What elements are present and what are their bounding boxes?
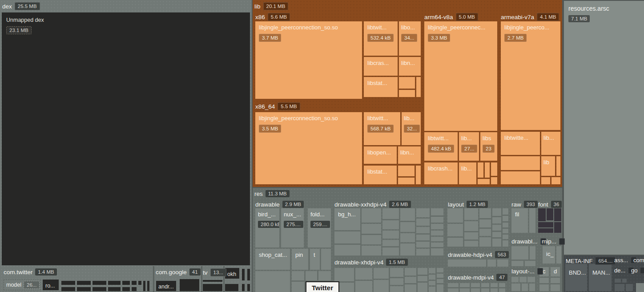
tile[interactable] xyxy=(525,261,535,266)
tile[interactable] xyxy=(398,178,415,184)
group-header-com-root[interactable]: com xyxy=(633,257,644,264)
tile[interactable] xyxy=(431,237,443,241)
tile[interactable] xyxy=(416,227,430,233)
tile[interactable] xyxy=(499,288,505,292)
tile[interactable] xyxy=(292,271,304,280)
tile[interactable] xyxy=(399,90,415,97)
tile-fil[interactable]: fil xyxy=(511,208,528,233)
tile[interactable] xyxy=(431,248,443,256)
tile[interactable] xyxy=(390,286,403,292)
tile[interactable] xyxy=(334,268,354,281)
tile[interactable] xyxy=(247,269,250,280)
tile-libtwitt-arm64[interactable]: libtwitt... 482.4 kB xyxy=(424,132,458,161)
tile-libopen-x86-64[interactable]: libopen... xyxy=(364,146,397,164)
tile[interactable] xyxy=(418,276,427,281)
group-header-raw[interactable]: raw 393 xyxy=(511,201,538,208)
tile[interactable] xyxy=(447,238,463,247)
tile[interactable] xyxy=(479,237,491,247)
group-header-armeabi-v7a[interactable]: armeabi-v7a 4.1 MB xyxy=(501,13,559,21)
tile[interactable] xyxy=(382,231,399,239)
tile[interactable] xyxy=(431,231,443,235)
tile[interactable] xyxy=(447,224,463,236)
tile[interactable] xyxy=(437,268,443,272)
tile[interactable] xyxy=(539,284,549,291)
tile[interactable] xyxy=(478,162,483,178)
tile[interactable] xyxy=(418,268,427,275)
tile-libjingle-arm64[interactable]: libjingle_peerconnec... 3.3 MB xyxy=(424,21,497,131)
tile-libn-x86[interactable]: libn... xyxy=(399,57,421,76)
tile[interactable] xyxy=(511,246,528,260)
tile[interactable] xyxy=(556,156,560,176)
tile[interactable] xyxy=(615,284,624,291)
tile[interactable] xyxy=(448,283,459,287)
group-header-x86[interactable]: x86 5.6 MB xyxy=(255,13,290,21)
tile[interactable] xyxy=(636,283,644,292)
tile[interactable] xyxy=(556,246,561,264)
tile[interactable] xyxy=(479,219,491,227)
tile[interactable] xyxy=(481,288,489,292)
tile[interactable] xyxy=(481,283,489,287)
tile[interactable] xyxy=(362,208,381,223)
tile[interactable] xyxy=(429,275,435,280)
tile[interactable] xyxy=(527,277,535,282)
tile-libstat-x86-64[interactable]: libstat... xyxy=(364,166,397,184)
tile[interactable] xyxy=(355,268,372,280)
tile[interactable] xyxy=(551,284,560,291)
tile[interactable] xyxy=(132,287,137,291)
tile[interactable] xyxy=(374,280,389,292)
tile-libs-arm64[interactable]: libs 23 xyxy=(480,132,497,161)
tile-bg-h[interactable]: bg_h... xyxy=(334,208,360,230)
tile[interactable] xyxy=(479,208,491,218)
tile[interactable] xyxy=(362,235,381,244)
tile[interactable] xyxy=(334,231,360,243)
tile[interactable] xyxy=(321,249,331,270)
tile[interactable] xyxy=(429,287,435,292)
tile[interactable] xyxy=(478,179,490,184)
tile[interactable] xyxy=(529,208,535,233)
tile[interactable] xyxy=(503,223,508,227)
group-header-drawable[interactable]: drawable 2.9 MB xyxy=(255,201,304,208)
tile[interactable] xyxy=(437,274,443,278)
tile-unmapped-dex[interactable]: Unmapped dex 23.1 MB xyxy=(2,12,250,265)
tile[interactable] xyxy=(626,284,633,291)
tile[interactable] xyxy=(471,283,480,287)
tile[interactable] xyxy=(501,171,540,184)
tile[interactable] xyxy=(487,260,496,267)
tile[interactable] xyxy=(400,208,415,221)
tile[interactable] xyxy=(471,288,480,292)
tile-bnd[interactable]: BND... xyxy=(565,264,587,291)
tile[interactable] xyxy=(429,268,435,273)
group-header-drawable-xxhdpi[interactable]: drawable-xxhdpi-v4 2.6 MB xyxy=(334,201,411,208)
group-header-com-google[interactable]: com.google 41 xyxy=(156,268,201,276)
tile-lib32-x86-64[interactable]: lib... 32... xyxy=(402,112,421,145)
tile[interactable] xyxy=(615,279,621,283)
tile-nux[interactable]: nux_... 275.... xyxy=(281,208,304,247)
tile-man[interactable]: MAN... xyxy=(589,264,612,291)
group-header-font[interactable]: font 36 xyxy=(538,201,562,208)
tile-libjingle-armeabi[interactable]: libjingle_peerco... 2.7 MB xyxy=(501,21,560,130)
tile[interactable] xyxy=(416,235,430,240)
group-header-layout-other[interactable]: layout-... xyxy=(511,268,543,275)
tile[interactable] xyxy=(255,271,290,292)
tile[interactable] xyxy=(464,221,478,231)
group-header-x86-64[interactable]: x86_64 5.5 MB xyxy=(255,102,300,110)
tile-libtwitt-x86-64[interactable]: libtwitt... 568.7 kB xyxy=(364,112,400,145)
tile[interactable] xyxy=(122,281,130,285)
tile[interactable] xyxy=(622,279,627,283)
tile-font-file[interactable] xyxy=(538,222,553,227)
tile[interactable] xyxy=(362,246,381,256)
tile-lib27-arm64[interactable]: lib... 27... xyxy=(459,132,479,161)
tile-okh[interactable]: okh xyxy=(225,268,239,279)
tile[interactable] xyxy=(374,268,389,279)
tile[interactable] xyxy=(362,224,381,234)
tile[interactable] xyxy=(61,287,75,291)
tile-lib1-armeabi[interactable]: lib... xyxy=(541,132,560,155)
tile[interactable] xyxy=(416,77,421,97)
tile-resources-arsc[interactable]: resources.arsc 7.1 MB xyxy=(564,1,644,255)
tile[interactable] xyxy=(405,284,416,292)
tile[interactable] xyxy=(382,220,399,229)
tile[interactable] xyxy=(497,260,508,267)
tile[interactable] xyxy=(460,283,470,287)
tile[interactable] xyxy=(491,283,498,287)
tile[interactable] xyxy=(485,162,490,178)
